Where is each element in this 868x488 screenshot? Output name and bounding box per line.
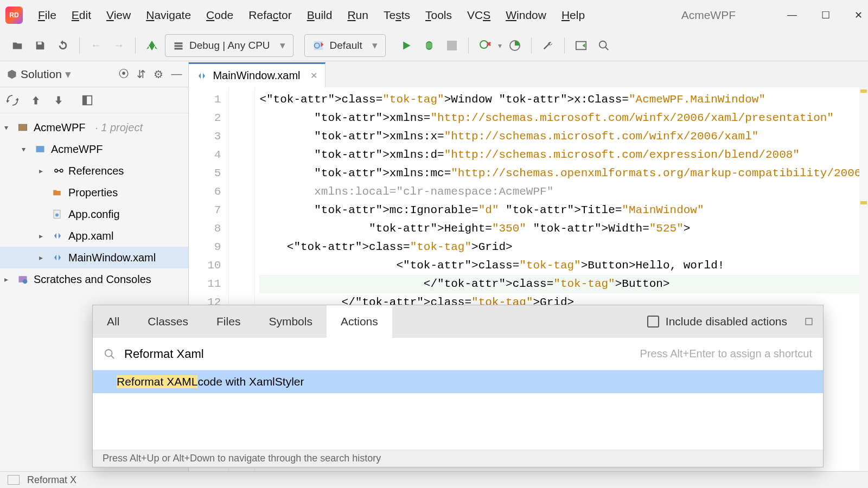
sync-icon[interactable]: [7, 94, 18, 106]
menu-view[interactable]: View: [106, 9, 131, 22]
popup-tab-all[interactable]: All: [93, 305, 133, 338]
chevron-down-icon: ▾: [372, 39, 378, 52]
appxaml-node[interactable]: ▸ App.xaml: [0, 225, 188, 247]
main-toolbar: ← → Debug | Any CPU ▾ Default ▾ ▾: [0, 30, 868, 61]
tab-label: MainWindow.xaml: [213, 69, 300, 82]
back-icon[interactable]: ←: [86, 36, 106, 55]
main-menu: FileEditViewNavigateCodeRefactorBuildRun…: [38, 9, 585, 22]
window-minimize-icon[interactable]: —: [787, 9, 797, 21]
run-config-selector[interactable]: Default ▾: [304, 34, 386, 57]
coverage-icon[interactable]: [505, 36, 525, 55]
build-icon[interactable]: [142, 36, 162, 55]
menu-help[interactable]: Help: [561, 9, 585, 22]
forward-icon[interactable]: →: [109, 36, 129, 55]
svg-rect-9: [19, 124, 27, 131]
chevron-down-icon: ▾: [280, 39, 285, 52]
gear-icon[interactable]: ⚙: [154, 68, 163, 81]
popup-footer-hint: Press Alt+Up or Alt+Down to navigate thr…: [93, 450, 823, 467]
appconfig-node[interactable]: App.config: [0, 203, 188, 225]
window-close-icon[interactable]: ✕: [854, 9, 863, 21]
open-icon[interactable]: [8, 36, 27, 55]
window-maximize-icon[interactable]: ☐: [821, 9, 830, 21]
include-disabled-checkbox[interactable]: [647, 316, 659, 328]
tool-window-icon[interactable]: [8, 475, 20, 485]
refresh-icon[interactable]: [53, 36, 73, 55]
settings-wrench-icon[interactable]: [538, 36, 558, 55]
project-title: AcmeWPF: [681, 9, 736, 22]
vertical-scrollbar[interactable]: [859, 87, 868, 471]
arrow-up-icon[interactable]: [30, 94, 41, 106]
references-node[interactable]: ▸ ⚯ References: [0, 160, 188, 182]
build-config-selector[interactable]: Debug | Any CPU ▾: [165, 34, 293, 57]
debug-icon[interactable]: [419, 36, 439, 55]
svg-rect-15: [806, 318, 812, 325]
solution-node[interactable]: ▾ AcmeWPF · 1 project: [0, 117, 188, 138]
scratches-node[interactable]: ▸ Scratches and Consoles: [0, 268, 188, 290]
close-tab-icon[interactable]: ✕: [310, 70, 317, 81]
menu-tests[interactable]: Tests: [384, 9, 410, 22]
svg-rect-8: [83, 95, 87, 105]
menu-edit[interactable]: Edit: [72, 9, 91, 22]
project-node[interactable]: ▾ AcmeWPF: [0, 138, 188, 160]
preview-icon[interactable]: [81, 94, 93, 106]
status-bar: Reformat X: [0, 471, 868, 488]
svg-rect-2: [447, 41, 457, 50]
menu-window[interactable]: Window: [506, 9, 546, 22]
shortcut-hint: Press Alt+Enter to assign a shortcut: [640, 348, 812, 360]
search-everywhere-popup: AllClassesFilesSymbolsActions Include di…: [92, 305, 824, 467]
popup-tab-symbols[interactable]: Symbols: [254, 305, 327, 338]
svg-point-3: [480, 41, 488, 48]
layout-icon[interactable]: [571, 36, 591, 55]
menu-refactor[interactable]: Refactor: [248, 9, 291, 22]
target-icon[interactable]: ⦿: [118, 68, 129, 81]
search-input[interactable]: [124, 347, 352, 361]
save-icon[interactable]: [30, 36, 50, 55]
popup-tab-actions[interactable]: Actions: [327, 305, 392, 338]
status-text: Reformat X: [27, 474, 76, 486]
app-logo: RD: [5, 7, 23, 24]
svg-point-12: [55, 214, 59, 217]
menu-build[interactable]: Build: [307, 9, 333, 22]
run-icon[interactable]: [397, 36, 416, 55]
svg-point-1: [426, 42, 432, 49]
editor-tab[interactable]: MainWindow.xaml ✕: [189, 62, 325, 87]
panel-title: Solution: [21, 68, 62, 81]
properties-node[interactable]: Properties: [0, 182, 188, 203]
svg-rect-10: [36, 146, 44, 152]
stop-icon[interactable]: [442, 36, 462, 55]
popup-tab-files[interactable]: Files: [202, 305, 254, 338]
svg-point-14: [23, 279, 27, 284]
inspect-icon[interactable]: [475, 36, 495, 55]
pin-icon[interactable]: [803, 316, 814, 327]
menu-file[interactable]: File: [38, 9, 56, 22]
include-disabled-label: Include disabled actions: [666, 315, 787, 328]
menu-tools[interactable]: Tools: [425, 9, 452, 22]
svg-point-16: [105, 349, 112, 356]
search-icon[interactable]: [594, 36, 614, 55]
search-result[interactable]: Reformat XAML code with XamlStyler: [93, 370, 823, 393]
solution-icon: [7, 69, 17, 80]
chevron-down-icon[interactable]: ▾: [65, 68, 71, 81]
search-icon: [104, 348, 116, 360]
minimize-icon[interactable]: —: [171, 68, 182, 81]
menu-run[interactable]: Run: [347, 9, 368, 22]
popup-tab-classes[interactable]: Classes: [133, 305, 202, 338]
svg-point-6: [599, 41, 607, 48]
mainwindow-node[interactable]: ▸ MainWindow.xaml: [0, 247, 188, 268]
xaml-file-icon: [196, 72, 207, 80]
menu-vcs[interactable]: VCS: [467, 9, 490, 22]
menu-code[interactable]: Code: [206, 9, 233, 22]
collapse-icon[interactable]: ⇵: [137, 68, 146, 81]
menu-navigate[interactable]: Navigate: [146, 9, 191, 22]
arrow-down-icon[interactable]: [53, 94, 64, 106]
